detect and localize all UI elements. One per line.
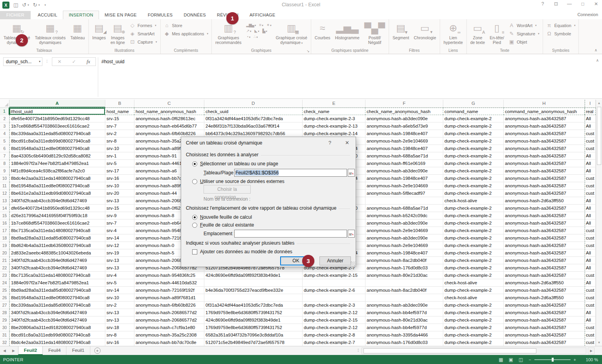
cell[interactable]: All [585, 309, 596, 316]
row-header[interactable]: 2 [0, 115, 9, 123]
cell[interactable]: dump-check-example-2 [443, 302, 504, 309]
cell[interactable]: anonymous-hash-20686577d2 [134, 309, 204, 316]
cell[interactable] [365, 279, 443, 287]
ribbon-button-symbol[interactable]: ΩSymbole [544, 29, 578, 38]
cell[interactable]: cust [585, 302, 596, 309]
tab-données[interactable]: DONNÉES [178, 11, 211, 19]
cell[interactable]: srv-14 [105, 234, 134, 242]
scatter-chart-icon[interactable]: ∴▾ [253, 35, 257, 39]
dialog-launcher-icon[interactable]: ↘ [307, 49, 310, 53]
ribbon-button-screenshot[interactable]: ⊡Capture▾ [127, 38, 159, 46]
row-header[interactable]: 17 [0, 227, 9, 234]
cell[interactable]: 340f7d2fcaab43ccb394e0fd6d427469 [9, 257, 105, 264]
cell[interactable]: All [585, 264, 596, 272]
cell[interactable]: dump-check-example-2-12 [303, 324, 365, 331]
cell[interactable]: command_name_anonymous_hash [504, 108, 585, 115]
cell[interactable]: cust [585, 190, 596, 197]
cell[interactable]: 2d833e2aeebc488385c10043026ebeda [9, 249, 105, 257]
cell[interactable]: dump-check-example-2 [443, 272, 504, 279]
cell[interactable]: anonymous-hash-aa36432587 [504, 205, 585, 212]
location-input[interactable] [234, 230, 347, 238]
cell[interactable]: anonymous-hash-176d0d8c03 [365, 339, 443, 346]
cell[interactable]: dump-check-example-2 [443, 242, 504, 249]
row-header[interactable]: 4 [0, 130, 9, 137]
radio-new-worksheet-label[interactable]: Nouvelle feuille de calcul [200, 214, 252, 220]
radar-chart-icon[interactable]: ✶▾ [266, 23, 271, 27]
column-header-C[interactable]: C [134, 100, 204, 108]
cell[interactable]: All [585, 316, 596, 324]
cell[interactable]: All [585, 115, 596, 123]
cancel-button[interactable]: Annuler [319, 256, 351, 265]
cell[interactable]: anonymous-hash-19848ce407 [365, 249, 443, 257]
ribbon-button-sparkline-line[interactable]: ≈Courbes [313, 20, 332, 48]
cell[interactable]: dump-check-example-2 [443, 190, 504, 197]
cell[interactable]: dfe65e40072b41b8950ed69d1329cc48 [9, 205, 105, 212]
cell[interactable]: b4e36da700f3755d237eacd9fbee332e [204, 287, 303, 294]
cell[interactable]: 1b7ce868df5547038603eec61616cae2 [9, 219, 105, 227]
page-layout-view-icon[interactable]: ▣ [508, 357, 513, 362]
sheet-nav-left-icon[interactable]: ◀ [0, 346, 9, 355]
column-header-F[interactable]: F [365, 100, 443, 108]
row-header[interactable]: 6 [0, 145, 9, 152]
cell[interactable]: anonymous-hash-ab3dec090e [365, 219, 443, 227]
cell[interactable]: anonymous-hash-aa36432587 [504, 324, 585, 331]
cell[interactable]: command_name [443, 108, 504, 115]
cell[interactable]: anonymous-hash-8ac2db040f [365, 257, 443, 264]
close-icon[interactable]: ✕ [593, 1, 600, 7]
cell[interactable]: check-host-alive [443, 294, 504, 302]
cell[interactable]: dump-check-example-2 [443, 152, 504, 160]
collapse-ribbon-icon[interactable]: ∧ [595, 48, 597, 52]
cell[interactable]: srv-18 [105, 324, 134, 331]
cell[interactable]: All [585, 257, 596, 264]
cell[interactable]: dump-check-example-2 [443, 234, 504, 242]
cell[interactable]: srv-16 [105, 339, 134, 346]
cell[interactable]: srv-9 [105, 212, 134, 219]
cell[interactable]: anonymous-hash-aa36432587 [504, 219, 585, 227]
column-header-G[interactable]: G [443, 100, 504, 108]
ribbon-button-online-images[interactable]: ▤⊕Imagesen ligne [108, 20, 127, 48]
cell[interactable]: All [585, 160, 596, 167]
line-chart-icon[interactable]: ↗▾ [246, 29, 251, 33]
cell[interactable]: dump-check-example-2 [443, 130, 504, 137]
cell[interactable]: srv-16 [105, 175, 134, 182]
cell[interactable] [303, 294, 365, 302]
row-header[interactable]: 16 [0, 219, 9, 227]
cell[interactable]: srv-13 [105, 316, 134, 324]
scroll-up-icon[interactable]: ▲ [596, 100, 602, 106]
cell[interactable]: anonymous-hash-aa36432587 [504, 331, 585, 339]
sheet-tab-feuil2[interactable]: Feuil2 [18, 346, 43, 355]
cell[interactable]: 8bc339daa0a311eda85d080027940ca8 [9, 302, 105, 309]
cell[interactable]: dump-check-example-2-15 [303, 272, 365, 279]
row-header[interactable]: 32 [0, 339, 9, 346]
row-header[interactable]: 27 [0, 302, 9, 309]
cell[interactable]: 1b7ce868df5547038603eec61616cae2 [9, 123, 105, 130]
cell[interactable]: anonymous-hash-bb4ef5977d [365, 309, 443, 316]
help-icon[interactable]: ? [539, 1, 546, 7]
cell[interactable]: 8bd19548a0a311ed8e0f080027940ca8 [9, 182, 105, 190]
cell[interactable]: anonymous-hash-2e9e104669 [365, 242, 443, 249]
scroll-right-icon[interactable]: ▶ [588, 348, 595, 354]
dialog-close-icon[interactable]: ✕ [345, 140, 349, 146]
cell[interactable]: anonymous-hash-44610da532 [134, 279, 204, 287]
cell[interactable]: anonymous-hash-0f628613ec [134, 115, 204, 123]
row-header[interactable]: 21 [0, 257, 9, 264]
cell[interactable]: cust [585, 294, 596, 302]
zoom-out-icon[interactable]: − [529, 357, 531, 362]
page-break-view-icon[interactable]: ◫ [519, 357, 523, 362]
cell[interactable]: srv-7 [105, 123, 134, 130]
cell[interactable]: 1884e097f2a74ee7b82f1a8479852ea1 [9, 279, 105, 287]
insert-function-icon[interactable]: fx [86, 59, 90, 65]
cell[interactable]: 340f7d2fcaab43ccb394e0fd6d427469 [9, 309, 105, 316]
cell[interactable]: check_name_anonymous_hash [365, 108, 443, 115]
ribbon-button-apps[interactable]: ◆Mes applications▾ [162, 29, 210, 38]
horizontal-scrollbar[interactable] [362, 348, 586, 354]
ribbon-button-headerfooter[interactable]: ▯≡En-tête/Pied [488, 20, 506, 48]
cell[interactable]: cust [585, 324, 596, 331]
radio-select-range[interactable] [192, 161, 197, 166]
cell[interactable]: anonymous-hash-aa36432587 [504, 272, 585, 279]
cell[interactable]: 8bc7135ca0a311eda148080027940ca8 [9, 272, 105, 279]
cell[interactable]: 8bd19548a0a311ed8e0f080027940ca8 [9, 145, 105, 152]
cell[interactable]: anonymous-hash-aa36432587 [504, 257, 585, 264]
cell[interactable] [204, 294, 303, 302]
cell[interactable]: anonymous-hash-aa36432587 [504, 175, 585, 182]
